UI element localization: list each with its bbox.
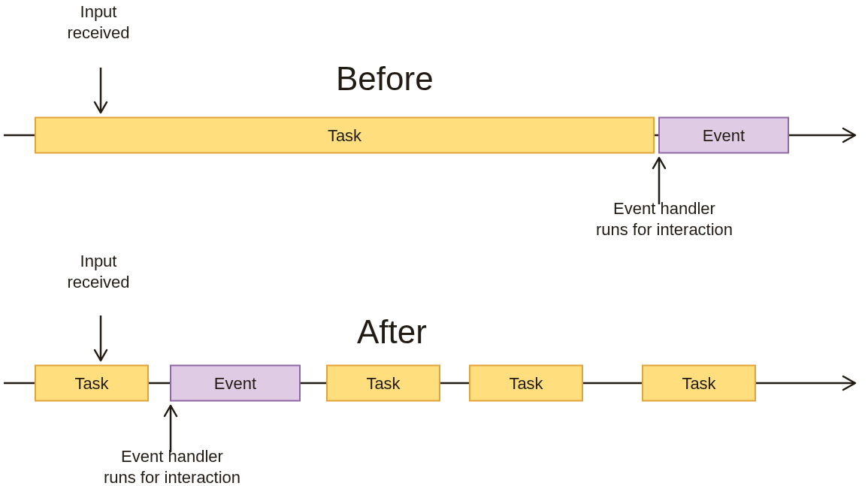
- after-block-label-0: Task: [74, 374, 109, 393]
- after-heading: After: [357, 313, 427, 350]
- after-input-received-line-0: Input: [80, 252, 117, 270]
- before-heading: Before: [336, 60, 434, 97]
- after-block-label-3: Task: [509, 374, 543, 393]
- after-block-label-4: Task: [682, 374, 716, 393]
- before-block-label-1: Event: [703, 126, 745, 145]
- before-block-label-0: Task: [328, 126, 362, 145]
- before-input-received-line-0: Input: [80, 2, 117, 21]
- after-event-handler-line-0: Event handler: [121, 447, 223, 466]
- before-input-received-line-1: received: [67, 23, 129, 42]
- after-input-received-line-1: received: [67, 273, 129, 291]
- after-block-label-2: Task: [366, 374, 401, 393]
- before-event-handler-line-1: runs for interaction: [596, 220, 733, 239]
- after-event-handler-line-1: runs for interaction: [104, 468, 240, 486]
- after-block-label-1: Event: [214, 374, 256, 393]
- before-event-handler-line-0: Event handler: [613, 199, 715, 218]
